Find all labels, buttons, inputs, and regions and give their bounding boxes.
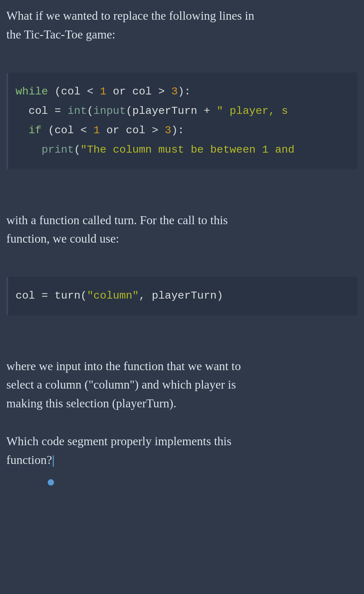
code-block-2: col = turn("column", playerTurn) xyxy=(6,277,358,315)
spacer-1 xyxy=(6,47,358,63)
question-text: Which code segment properly implements t… xyxy=(6,432,358,469)
intro-text: What if we wanted to replace the followi… xyxy=(6,6,358,44)
spacer-3 xyxy=(6,195,358,211)
code-line-if: if (col < 1 or col > 3): xyxy=(16,121,350,140)
cursor-dot xyxy=(48,479,54,486)
text-cursor xyxy=(53,455,54,467)
spacer-6 xyxy=(6,341,358,357)
spacer-4 xyxy=(6,251,358,267)
middle-text: with a function called turn. For the cal… xyxy=(6,211,358,248)
explanation-text: where we input into the function that we… xyxy=(6,357,358,413)
page-container: What if we wanted to replace the followi… xyxy=(0,0,364,509)
spacer-2 xyxy=(6,179,358,195)
spacer-5 xyxy=(6,325,358,341)
code-line-while: while (col < 1 or col > 3): xyxy=(16,82,350,101)
spacer-7 xyxy=(6,416,358,432)
code-line-turn: col = turn("column", playerTurn) xyxy=(16,286,350,306)
code-block-1: while (col < 1 or col > 3): col = int(in… xyxy=(6,73,358,169)
code-line-print: print("The column must be between 1 and xyxy=(16,140,350,160)
code-line-col-assign: col = int(input(playerTurn + " player, s xyxy=(16,101,350,121)
